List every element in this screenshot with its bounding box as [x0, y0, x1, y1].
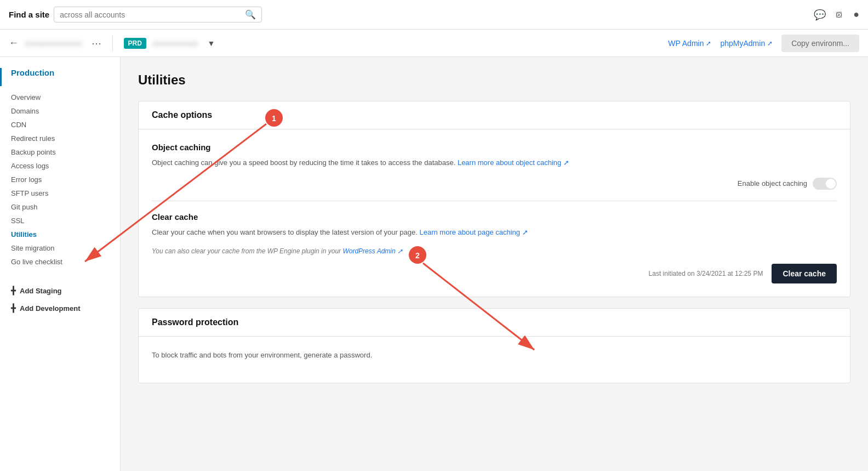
wp-admin-link[interactable]: WP Admin ➚ — [668, 39, 711, 48]
chat-icon[interactable]: 💬 — [814, 9, 826, 21]
sidebar: Production Overview Domains CDN Redirect… — [0, 57, 121, 471]
prd-badge: PRD — [124, 38, 146, 49]
plus-icon-staging: ╋ — [11, 286, 15, 295]
sidebar-item-cdn[interactable]: CDN — [0, 118, 120, 132]
wordpress-admin-link[interactable]: WordPress Admin ➚ — [342, 247, 403, 255]
sidebar-item-backup-points[interactable]: Backup points — [0, 145, 120, 159]
plus-icon-development: ╋ — [11, 304, 15, 313]
cache-options-title: Cache options — [152, 110, 837, 120]
close-circle-icon[interactable]: ⦻ — [835, 9, 844, 20]
env-name: ●●●●●●●● — [153, 39, 199, 48]
password-protection-body: To block traffic and bots from your envi… — [139, 337, 850, 383]
content-area: Utilities Cache options Object caching O… — [121, 57, 868, 471]
search-icon[interactable]: 🔍 — [245, 9, 256, 20]
sidebar-item-overview[interactable]: Overview — [0, 90, 120, 104]
last-initiated-text: Last initiated on 3/24/2021 at 12:25 PM — [649, 270, 763, 277]
page-title: Utilities — [138, 72, 850, 88]
object-caching-section: Object caching Object caching can give y… — [152, 143, 837, 190]
password-protection-desc: To block traffic and bots from your envi… — [152, 350, 837, 361]
object-caching-toggle[interactable]: ✕ — [813, 178, 837, 190]
sidebar-item-git-push[interactable]: Git push — [0, 200, 120, 214]
clear-cache-learn-more-link[interactable]: Learn more about page caching ➚ — [420, 228, 528, 236]
top-nav-icons: 💬 ⦻ ● — [814, 9, 859, 21]
site-name: ●●●●●●●●●● — [25, 39, 83, 48]
add-development-button[interactable]: ╋ Add Development — [9, 299, 111, 317]
copy-environment-button[interactable]: Copy environm... — [781, 35, 859, 52]
sidebar-item-domains[interactable]: Domains — [0, 104, 120, 118]
sidebar-item-redirect-rules[interactable]: Redirect rules — [0, 132, 120, 145]
sidebar-item-sftp-users[interactable]: SFTP users — [0, 186, 120, 200]
phpmyadmin-link[interactable]: phpMyAdmin ➚ — [720, 39, 773, 48]
object-caching-desc: Object caching can give you a speed boos… — [152, 157, 837, 169]
main-layout: Production Overview Domains CDN Redirect… — [0, 57, 868, 471]
clear-cache-title: Clear cache — [152, 212, 837, 222]
add-staging-label: Add Staging — [20, 287, 62, 295]
sidebar-item-access-logs[interactable]: Access logs — [0, 159, 120, 173]
wp-admin-label: WP Admin — [668, 39, 704, 48]
search-bar[interactable]: 🔍 — [54, 7, 262, 22]
object-caching-learn-more-link[interactable]: Learn more about object caching ➚ — [458, 158, 569, 167]
find-site-label: Find a site — [9, 10, 49, 19]
clear-cache-desc: Clear your cache when you want browsers … — [152, 227, 837, 239]
external-link-icon: ➚ — [706, 39, 711, 47]
password-protection-header: Password protection — [139, 309, 850, 337]
clear-cache-section: Clear cache Clear your cache when you wa… — [152, 212, 837, 283]
sidebar-item-utilities[interactable]: Utilities — [0, 228, 120, 241]
more-options-button[interactable]: ⋯ — [92, 37, 101, 49]
add-development-label: Add Development — [20, 304, 81, 313]
object-caching-toggle-label: Enable object caching — [738, 179, 807, 188]
env-bar: ← ●●●●●●●●●● ⋯ PRD ●●●●●●●● ▼ WP Admin ➚… — [0, 30, 868, 57]
env-divider — [112, 35, 113, 52]
cache-options-card: Cache options Object caching Object cach… — [138, 101, 850, 297]
clear-cache-button[interactable]: Clear cache — [772, 264, 837, 283]
phpmyadmin-label: phpMyAdmin — [720, 39, 765, 48]
sidebar-add-section: ╋ Add Staging ╋ Add Development — [0, 282, 120, 317]
cache-options-body: Object caching Object caching can give y… — [139, 129, 850, 297]
env-dropdown-button[interactable]: ▼ — [208, 39, 215, 48]
object-caching-title: Object caching — [152, 143, 837, 152]
section-divider — [152, 201, 837, 201]
toggle-knob — [826, 179, 836, 189]
search-input[interactable] — [60, 10, 245, 19]
clear-cache-row: Last initiated on 3/24/2021 at 12:25 PM … — [152, 264, 837, 283]
back-button[interactable]: ← — [9, 37, 19, 49]
italic-note: You can also clear your cache from the W… — [152, 247, 837, 255]
external-link-icon-2: ➚ — [767, 39, 773, 47]
top-nav: Find a site 🔍 💬 ⦻ ● — [0, 0, 868, 30]
cache-options-header: Cache options — [139, 101, 850, 129]
password-protection-title: Password protection — [152, 317, 837, 327]
sidebar-item-site-migration[interactable]: Site migration — [0, 241, 120, 255]
sidebar-section-title: Production — [0, 68, 120, 86]
sidebar-item-go-live-checklist[interactable]: Go live checklist — [0, 255, 120, 269]
password-protection-card: Password protection To block traffic and… — [138, 308, 850, 384]
add-staging-button[interactable]: ╋ Add Staging — [9, 282, 111, 299]
user-icon[interactable]: ● — [853, 9, 859, 20]
sidebar-item-error-logs[interactable]: Error logs — [0, 173, 120, 186]
sidebar-item-ssl[interactable]: SSL — [0, 214, 120, 228]
env-actions: WP Admin ➚ phpMyAdmin ➚ Copy environm... — [668, 35, 859, 52]
sidebar-nav: Overview Domains CDN Redirect rules Back… — [0, 90, 120, 269]
object-caching-toggle-row: Enable object caching ✕ — [152, 178, 837, 190]
